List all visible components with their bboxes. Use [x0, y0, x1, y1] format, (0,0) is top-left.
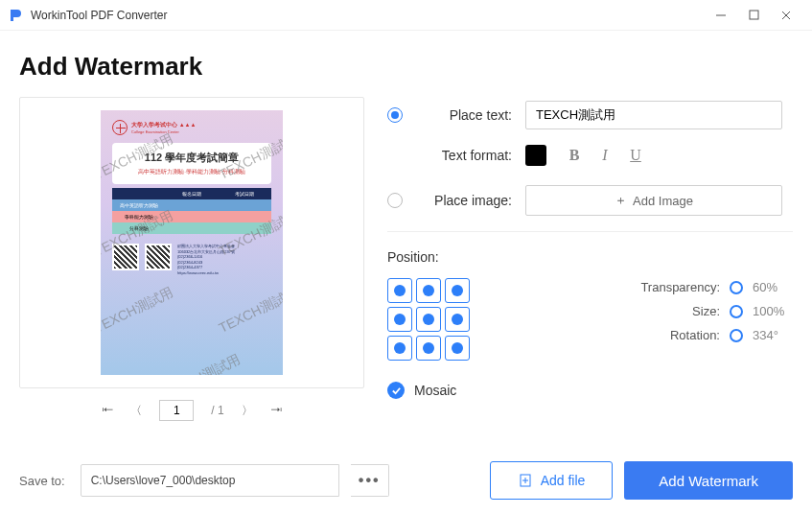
- position-bottom-center[interactable]: [416, 336, 441, 361]
- doc-card-title: 112 學年度考試簡章: [118, 151, 266, 165]
- rotation-slider[interactable]: [730, 329, 743, 342]
- doc-logo-sub: College Examination Center: [131, 129, 196, 134]
- position-middle-left[interactable]: [387, 307, 412, 332]
- mosaic-checkbox[interactable]: [387, 382, 405, 399]
- minimize-button[interactable]: [714, 9, 728, 22]
- svg-rect-1: [750, 11, 758, 19]
- close-button[interactable]: [779, 9, 793, 22]
- position-bottom-right[interactable]: [445, 336, 470, 361]
- italic-button[interactable]: I: [594, 145, 615, 166]
- window-title: WorkinTool PDF Converter: [31, 9, 168, 22]
- add-file-icon: [518, 473, 533, 488]
- add-file-button[interactable]: Add file: [490, 461, 614, 500]
- maximize-button[interactable]: [747, 9, 760, 22]
- bold-button[interactable]: B: [564, 145, 585, 166]
- qr-code-icon: [112, 244, 139, 270]
- last-page-button[interactable]: ⭲: [270, 404, 282, 417]
- app-logo-icon: [8, 8, 23, 23]
- position-top-center[interactable]: [416, 278, 441, 303]
- transparency-slider[interactable]: [730, 281, 743, 294]
- divider: [387, 231, 793, 232]
- rotation-value: 334°: [753, 328, 793, 342]
- browse-button[interactable]: •••: [351, 464, 389, 497]
- position-top-right[interactable]: [445, 278, 470, 303]
- check-icon: [391, 386, 402, 396]
- add-image-button[interactable]: ＋ Add Image: [525, 185, 782, 216]
- save-to-label: Save to:: [19, 474, 65, 488]
- prev-page-button[interactable]: 〈: [130, 403, 142, 419]
- underline-button[interactable]: U: [625, 145, 646, 166]
- mosaic-label: Mosaic: [414, 383, 456, 398]
- pager: ⭰ 〈 / 1 〉 ⭲: [19, 400, 364, 421]
- position-middle-center[interactable]: [416, 307, 441, 332]
- page-number-input[interactable]: [159, 400, 194, 421]
- qr-code-icon: [145, 244, 172, 270]
- place-text-radio[interactable]: [387, 107, 403, 123]
- position-middle-right[interactable]: [445, 307, 470, 332]
- transparency-value: 60%: [753, 280, 793, 294]
- place-image-label: Place image:: [420, 193, 512, 208]
- position-grid: [387, 278, 470, 361]
- doc-seal-icon: [112, 120, 128, 135]
- watermark-text-input[interactable]: [525, 101, 782, 129]
- plus-icon: ＋: [615, 192, 627, 209]
- next-page-button[interactable]: 〉: [242, 403, 253, 419]
- position-top-left[interactable]: [387, 278, 412, 303]
- size-slider[interactable]: [730, 305, 743, 318]
- doc-logo-text: 大学入学考试中心 ▲▲▲: [131, 121, 196, 129]
- title-bar: WorkinTool PDF Converter: [0, 0, 812, 31]
- footer: Save to: ••• Add file Add Watermark: [0, 447, 812, 514]
- document-preview: 大学入学考试中心 ▲▲▲ College Examination Center …: [19, 97, 364, 388]
- text-color-swatch[interactable]: [525, 145, 546, 166]
- place-image-radio[interactable]: [387, 193, 403, 208]
- text-format-label: Text format:: [420, 148, 512, 163]
- size-label: Size:: [692, 304, 720, 318]
- rotation-label: Rotation:: [670, 328, 720, 342]
- doc-card-sub: 高中英語听力測驗·學科能力測驗·分科測驗: [118, 168, 266, 176]
- first-page-button[interactable]: ⭰: [102, 404, 113, 417]
- position-bottom-left[interactable]: [387, 336, 412, 361]
- size-value: 100%: [753, 304, 793, 318]
- place-text-label: Place text:: [420, 107, 512, 123]
- page-total: / 1: [211, 404, 223, 417]
- transparency-label: Transparency:: [640, 280, 720, 294]
- save-to-input[interactable]: [81, 464, 339, 497]
- page-title: Add Watermark: [0, 31, 812, 97]
- add-watermark-button[interactable]: Add Watermark: [624, 461, 793, 500]
- position-label: Position:: [387, 249, 793, 265]
